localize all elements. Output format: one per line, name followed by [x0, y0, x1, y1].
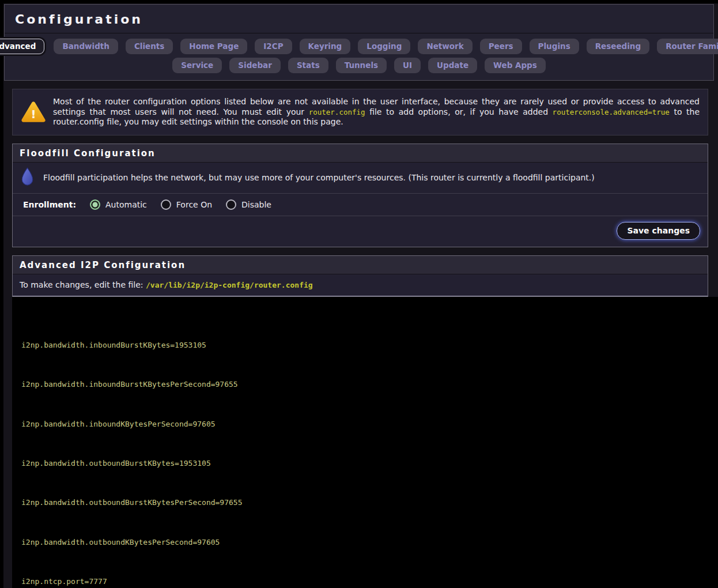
- advanced-config-section: Advanced I2P Configuration To make chang…: [12, 255, 708, 297]
- radio-button-icon[interactable]: [161, 199, 171, 210]
- floodfill-info-row: Floodfill participation helps the networ…: [13, 163, 708, 194]
- config-tab[interactable]: Plugins: [530, 39, 579, 54]
- advanced-section-header: Advanced I2P Configuration: [13, 256, 708, 274]
- enrollment-radio-group: Automatic Force On Disable: [90, 199, 271, 210]
- enrollment-radio-option[interactable]: Force On: [161, 199, 212, 210]
- warning-code-advanced-true: routerconsole.advanced=true: [553, 108, 670, 116]
- tab-row-1: Advanced Bandwidth Clients Home Page I2C…: [10, 39, 708, 54]
- config-tab[interactable]: Service: [172, 58, 222, 73]
- config-line: i2np.bandwidth.outboundKBytesPerSecond=9…: [21, 537, 718, 547]
- config-tabs-nav: Advanced Bandwidth Clients Home Page I2C…: [5, 33, 713, 80]
- config-tab[interactable]: Router Family: [657, 39, 718, 54]
- config-tab[interactable]: Stats: [288, 58, 328, 73]
- config-line: i2np.bandwidth.inboundBurstKBytesPerSeco…: [21, 379, 718, 389]
- config-tab[interactable]: Advanced: [0, 39, 44, 54]
- config-tab[interactable]: Clients: [126, 39, 173, 54]
- config-line: i2np.bandwidth.inboundKBytesPerSecond=97…: [21, 419, 718, 429]
- config-tab[interactable]: Update: [428, 58, 477, 73]
- config-tab[interactable]: Network: [418, 39, 472, 54]
- warning-triangle-icon: !: [21, 97, 46, 123]
- enrollment-row: Enrollment: Automatic Force On: [13, 194, 708, 216]
- page-title: Configuration: [15, 12, 703, 27]
- config-tab[interactable]: Reseeding: [587, 39, 649, 54]
- enrollment-label: Enrollment:: [23, 200, 76, 209]
- config-tab[interactable]: Logging: [358, 39, 410, 54]
- enrollment-radio-option[interactable]: Disable: [226, 199, 271, 210]
- tab-row-2: Service Sidebar Stats Tunnels UI Update …: [10, 58, 708, 73]
- config-tab[interactable]: Web Apps: [485, 58, 546, 73]
- router-config-dump: i2np.bandwidth.inboundBurstKBytes=195310…: [12, 297, 718, 588]
- warning-message: Most of the router configuration options…: [53, 97, 700, 127]
- warning-text-part2: file to add options, or, if you have add…: [365, 107, 553, 116]
- title-band: Configuration: [5, 5, 713, 33]
- floodfill-section-header: Floodfill Configuration: [13, 144, 708, 163]
- main-content: ! Most of the router configuration optio…: [12, 89, 718, 588]
- floodfill-info-text: Floodfill participation helps the networ…: [43, 173, 595, 182]
- floodfill-section: Floodfill Configuration Floodfill p: [12, 144, 708, 247]
- config-tab[interactable]: Keyring: [300, 39, 351, 54]
- config-line: i2np.bandwidth.inboundBurstKBytes=195310…: [21, 340, 718, 350]
- radio-option-label: Force On: [176, 200, 212, 209]
- config-tab[interactable]: I2CP: [255, 39, 292, 54]
- warning-code-router-config: router.config: [309, 108, 365, 116]
- floodfill-section-title: Floodfill Configuration: [20, 148, 701, 159]
- config-line: i2np.ntcp.port=7777: [21, 576, 718, 586]
- config-tab[interactable]: Sidebar: [229, 58, 281, 73]
- warning-box: ! Most of the router configuration optio…: [12, 89, 708, 135]
- water-drop-icon: [20, 167, 35, 189]
- config-file-row: To make changes, edit the file: /var/lib…: [13, 274, 708, 296]
- config-tab[interactable]: Home Page: [180, 39, 247, 54]
- config-file-path: /var/lib/i2p/i2p-config/router.config: [146, 281, 313, 289]
- config-line: i2np.bandwidth.outboundBurstKBytesPerSec…: [21, 497, 718, 507]
- save-button-row: Save changes: [13, 216, 708, 247]
- radio-button-icon[interactable]: [90, 199, 100, 210]
- svg-text:!: !: [31, 107, 36, 121]
- router-console-page: Configuration Advanced Bandwidth Clients…: [0, 0, 718, 588]
- config-tab[interactable]: Tunnels: [336, 58, 387, 73]
- enrollment-radio-option[interactable]: Automatic: [90, 199, 147, 210]
- config-tab[interactable]: Bandwidth: [54, 39, 118, 54]
- save-changes-button[interactable]: Save changes: [617, 222, 700, 240]
- advanced-section-title: Advanced I2P Configuration: [20, 260, 701, 270]
- header-panel: Configuration Advanced Bandwidth Clients…: [4, 4, 714, 81]
- radio-button-icon[interactable]: [226, 199, 236, 210]
- config-tab[interactable]: Peers: [480, 39, 522, 54]
- config-file-prefix: To make changes, edit the file:: [20, 280, 146, 289]
- config-tab[interactable]: UI: [394, 58, 421, 73]
- radio-option-label: Automatic: [105, 200, 147, 209]
- radio-option-label: Disable: [241, 200, 271, 209]
- config-line: i2np.bandwidth.outboundBurstKBytes=19531…: [21, 458, 718, 468]
